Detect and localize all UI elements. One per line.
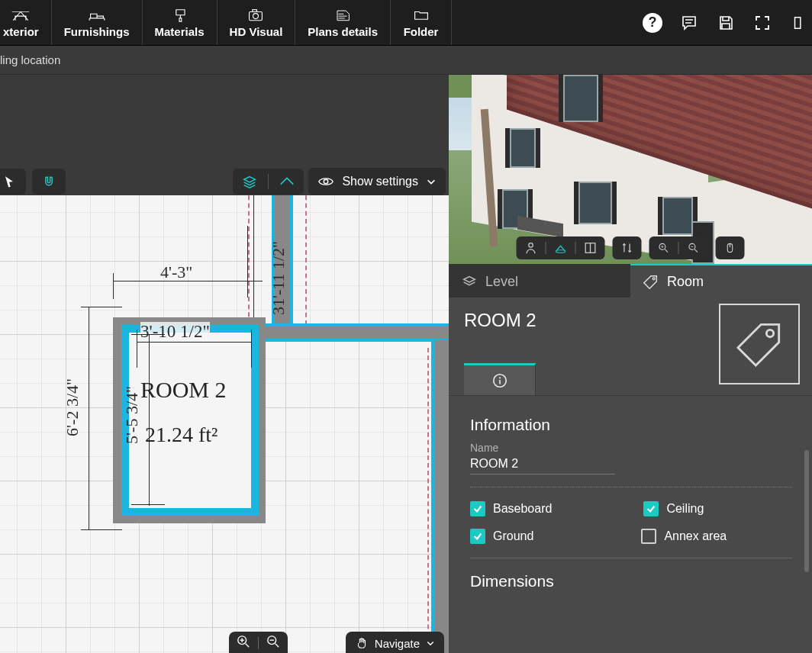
svg-point-1	[253, 14, 259, 19]
layers-tool[interactable]	[239, 171, 260, 192]
chevron-down-icon	[426, 639, 435, 648]
orbit-view-icon[interactable]	[553, 240, 569, 256]
save-icon[interactable]	[716, 13, 736, 33]
svg-point-11	[529, 243, 533, 247]
tab-level-label: Level	[485, 274, 518, 290]
checkbox-ground[interactable]: Ground	[470, 529, 533, 544]
menu-plansdetails-label: Plans details	[308, 25, 378, 38]
dim-top-label: 4'-3"	[160, 262, 192, 282]
menu-exterior[interactable]: xterior	[0, 0, 52, 45]
menu-hdvisual[interactable]: HD Visual	[218, 0, 296, 45]
view-3d[interactable]	[449, 75, 812, 264]
comment-icon[interactable]	[679, 13, 699, 33]
room-area-text: 21.24 ft²	[145, 423, 218, 447]
tab-room[interactable]: Room	[630, 264, 812, 298]
menu-materials[interactable]: Materials	[143, 0, 218, 45]
scrollbar-thumb[interactable]	[804, 450, 809, 572]
room-panel: ROOM 2 Information Name Baseboard	[449, 298, 812, 653]
house-icon	[10, 5, 31, 24]
mouse-mode-icon[interactable]	[722, 240, 739, 256]
snap-tools-pill	[32, 169, 66, 195]
menu-materials-label: Materials	[155, 25, 205, 38]
sync-views-icon[interactable]	[619, 240, 636, 256]
svg-line-9	[276, 644, 279, 648]
tag-note-icon	[332, 5, 353, 24]
name-field-label: Name	[470, 442, 792, 454]
tab-level[interactable]: Level	[449, 264, 630, 298]
bed-icon	[86, 5, 108, 24]
checkbox-ceiling[interactable]: Ceiling	[643, 501, 704, 516]
view3d-toolbar	[517, 236, 745, 259]
zoom-out-icon[interactable]	[266, 635, 280, 651]
menu-furnishings-label: Furnishings	[64, 25, 130, 38]
checkbox-annex[interactable]: Annex area	[641, 529, 727, 544]
menu-folder[interactable]: Folder	[391, 0, 452, 45]
svg-point-28	[498, 377, 500, 378]
floorplan-pane: Show settings 31'-11 1/2" 4'-3" 6'-2	[0, 75, 449, 653]
info-tab[interactable]	[464, 363, 536, 395]
menu-folder-label: Folder	[404, 25, 439, 38]
cursor-tool[interactable]	[0, 171, 20, 192]
hand-icon	[355, 636, 369, 650]
navigate-label: Navigate	[375, 637, 420, 650]
svg-point-12	[556, 250, 566, 253]
checkbox-ground-label: Ground	[493, 529, 533, 543]
fullscreen-icon[interactable]	[752, 13, 772, 33]
menu-furnishings[interactable]: Furnishings	[52, 0, 143, 45]
info-icon	[491, 372, 508, 389]
top-menu-bar: xterior Furnishings Materials HD Visual …	[0, 0, 812, 46]
person-view-icon[interactable]	[523, 240, 540, 256]
room-tag-preview[interactable]	[719, 304, 800, 384]
svg-line-16	[665, 249, 668, 253]
checkbox-annex-label: Annex area	[664, 529, 727, 543]
zoom-controls	[229, 632, 288, 653]
separator	[470, 558, 792, 558]
navigate-button[interactable]: Navigate	[346, 632, 444, 653]
dimensions-heading: Dimensions	[470, 572, 792, 590]
separator	[470, 487, 792, 487]
dim-inner-top: 3'-10 1/2"	[140, 322, 210, 342]
zoom-in-3d-icon[interactable]	[656, 240, 672, 256]
room-name-input[interactable]	[470, 454, 615, 474]
tag-icon	[643, 273, 659, 290]
edit-tools-pill	[0, 169, 26, 195]
menu-plansdetails[interactable]: Plans details	[295, 0, 391, 45]
subbar-label: ling location	[0, 53, 60, 66]
tab-room-label: Room	[667, 274, 704, 290]
paint-icon	[169, 5, 190, 24]
dim-right-label: 31'-11 1/2"	[269, 241, 288, 315]
canvas-toolbar	[0, 168, 449, 195]
room-name-text: ROOM 2	[140, 377, 227, 403]
tag-large-icon	[733, 317, 786, 371]
menu-hdvisual-label: HD Visual	[230, 25, 283, 38]
help-icon[interactable]: ?	[643, 13, 662, 33]
zoom-out-3d-icon[interactable]	[685, 240, 702, 256]
export-icon[interactable]	[789, 13, 809, 33]
topbar-right-tools: ?	[643, 13, 812, 33]
svg-rect-2	[253, 10, 257, 12]
context-subbar: ling location	[0, 46, 812, 75]
menu-exterior-label: xterior	[3, 25, 39, 38]
checkbox-ceiling-label: Ceiling	[666, 502, 704, 516]
dim-inner-left: 5'-5 3/4"	[122, 386, 142, 444]
panel-tabs: Level Room	[449, 264, 812, 298]
svg-point-25	[766, 330, 773, 336]
info-section: Information Name Baseboard Ceiling	[449, 395, 812, 610]
layers-icon	[461, 273, 478, 290]
zoom-in-icon[interactable]	[237, 635, 250, 651]
checkbox-baseboard[interactable]: Baseboard	[470, 501, 552, 516]
svg-line-20	[694, 249, 698, 253]
svg-point-24	[652, 278, 655, 280]
floorplan-canvas[interactable]: 31'-11 1/2" 4'-3" 6'-2 3/4" 3'-10 1/2"	[0, 195, 449, 653]
info-heading: Information	[470, 416, 792, 434]
properties-pane: Level Room ROOM 2 Information Name	[449, 75, 812, 653]
plan-view-icon[interactable]	[582, 240, 599, 256]
roof-tool[interactable]	[276, 171, 298, 192]
magnet-tool[interactable]	[38, 171, 60, 192]
svg-line-5	[246, 644, 250, 648]
camera-icon	[245, 5, 266, 24]
checkbox-baseboard-label: Baseboard	[493, 502, 552, 516]
view-tools-pill	[233, 169, 304, 195]
dim-left-outer: 6'-2 3/4"	[63, 378, 82, 436]
folder-icon	[411, 5, 432, 24]
